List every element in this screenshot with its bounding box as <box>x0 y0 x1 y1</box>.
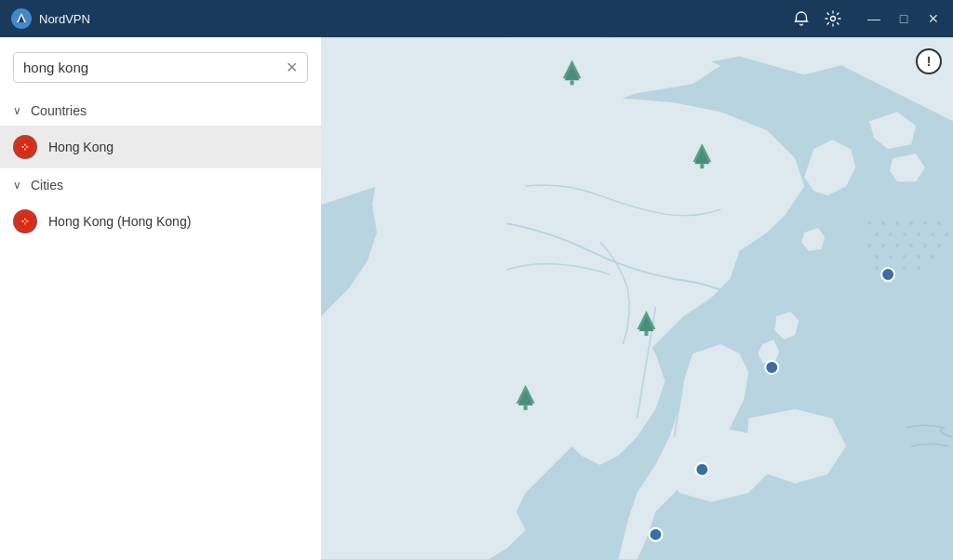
svg-point-17 <box>895 221 899 225</box>
svg-point-4 <box>24 144 25 145</box>
svg-point-27 <box>867 244 871 247</box>
svg-point-20 <box>937 221 941 225</box>
titlebar: NordVPN — □ ✕ <box>0 0 953 37</box>
svg-point-36 <box>917 255 920 259</box>
svg-point-18 <box>909 221 913 225</box>
titlebar-left: NordVPN <box>11 8 90 29</box>
svg-point-30 <box>909 244 913 247</box>
svg-point-22 <box>889 233 893 236</box>
svg-point-40 <box>903 266 906 270</box>
search-input[interactable] <box>23 60 280 75</box>
country-item-hong-kong[interactable]: Hong Kong <box>0 126 321 168</box>
country-name-hong-kong: Hong Kong <box>48 140 114 154</box>
svg-point-56 <box>695 463 708 476</box>
maximize-button[interactable]: □ <box>895 11 912 26</box>
svg-point-28 <box>881 244 885 247</box>
app-title: NordVPN <box>39 12 90 26</box>
map-svg <box>321 37 953 560</box>
close-button[interactable]: ✕ <box>925 11 942 26</box>
search-box: ✕ <box>13 52 308 83</box>
svg-point-33 <box>875 255 879 259</box>
cities-chevron-icon: ∨ <box>13 179 21 192</box>
left-panel: ✕ ∨ Countries <box>0 37 321 560</box>
svg-point-54 <box>881 268 894 281</box>
cities-section-header[interactable]: ∨ Cities <box>0 168 321 200</box>
svg-point-57 <box>649 528 662 541</box>
window-controls: — □ ✕ <box>866 11 942 26</box>
svg-point-5 <box>22 146 23 147</box>
search-clear-icon[interactable]: ✕ <box>286 59 298 76</box>
minimize-button[interactable]: — <box>866 11 882 26</box>
svg-point-7 <box>27 146 28 147</box>
svg-point-21 <box>875 233 879 236</box>
svg-point-37 <box>931 255 934 259</box>
city-item-hong-kong[interactable]: Hong Kong (Hong Kong) <box>0 200 321 243</box>
svg-point-31 <box>923 244 927 247</box>
hong-kong-city-flag-icon <box>13 209 37 233</box>
svg-rect-44 <box>570 80 574 85</box>
countries-chevron-icon: ∨ <box>13 104 21 117</box>
svg-point-3 <box>24 146 27 149</box>
hong-kong-flag-icon <box>13 135 37 159</box>
cities-section-label: Cities <box>31 178 63 193</box>
svg-rect-47 <box>700 164 704 168</box>
svg-rect-53 <box>524 406 528 410</box>
svg-point-15 <box>867 221 871 225</box>
svg-point-24 <box>917 233 920 236</box>
info-button[interactable]: ! <box>916 48 942 74</box>
svg-point-16 <box>881 221 885 225</box>
countries-section-header[interactable]: ∨ Countries <box>0 94 321 126</box>
svg-point-34 <box>889 255 893 259</box>
svg-point-55 <box>765 361 778 374</box>
svg-rect-50 <box>644 331 648 336</box>
svg-point-6 <box>24 149 25 150</box>
search-container: ✕ <box>0 37 321 94</box>
svg-point-35 <box>903 255 906 259</box>
svg-point-12 <box>24 223 25 224</box>
countries-section-label: Countries <box>31 103 87 118</box>
svg-point-19 <box>923 221 927 225</box>
map-panel: ! <box>321 37 953 560</box>
svg-point-23 <box>903 233 906 236</box>
svg-point-38 <box>875 266 879 270</box>
city-name-hong-kong: Hong Kong (Hong Kong) <box>48 214 191 229</box>
nordvpn-logo-icon <box>11 8 32 29</box>
svg-point-25 <box>931 233 934 236</box>
svg-point-11 <box>22 220 23 221</box>
svg-point-10 <box>24 219 25 220</box>
titlebar-controls: — □ ✕ <box>793 10 942 27</box>
notification-icon[interactable] <box>793 10 810 27</box>
settings-icon[interactable] <box>825 10 841 27</box>
svg-point-29 <box>895 244 899 247</box>
main-content: ✕ ∨ Countries <box>0 37 953 560</box>
svg-point-41 <box>917 266 920 270</box>
svg-point-1 <box>831 17 836 21</box>
svg-point-9 <box>24 220 27 223</box>
svg-point-26 <box>945 233 948 236</box>
svg-point-13 <box>27 220 28 221</box>
svg-point-32 <box>937 244 941 247</box>
